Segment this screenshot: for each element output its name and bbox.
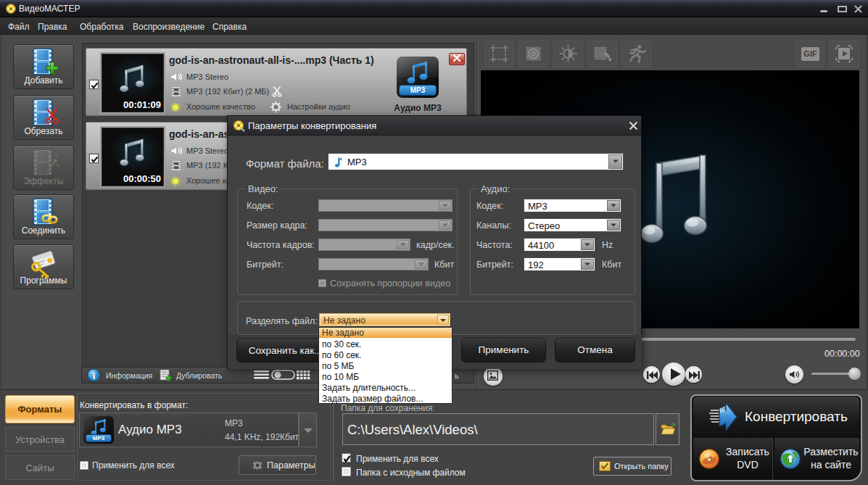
svg-text:i: i [93,370,96,381]
